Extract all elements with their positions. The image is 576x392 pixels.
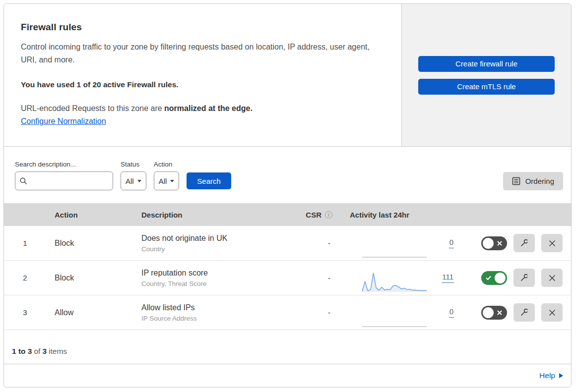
page-description: Control incoming traffic to your zone by…: [21, 41, 372, 66]
rule-description-cell: Does not originate in UK Country: [133, 234, 292, 253]
edit-rule-button[interactable]: [513, 269, 535, 287]
table-row: 2 Block IP reputation score Country, Thr…: [4, 261, 571, 295]
wrench-icon: [519, 273, 529, 282]
rule-enabled-toggle[interactable]: [481, 271, 507, 285]
arrow-right-icon: [559, 373, 563, 378]
table-row: 3 Allow Allow listed IPs IP Source Addre…: [4, 295, 571, 330]
status-dropdown-value: All: [126, 177, 134, 185]
close-icon: [548, 308, 557, 317]
chevron-down-icon: [137, 180, 141, 182]
pagination-of: of: [34, 347, 40, 356]
header-csr: CSR i: [292, 211, 336, 219]
activity-sparkline: [362, 306, 427, 328]
chevron-down-icon: [170, 180, 174, 182]
header-description: Description: [133, 211, 292, 219]
toggle-knob: [483, 307, 494, 318]
help-link[interactable]: Help: [539, 371, 563, 380]
rule-description-cell: IP reputation score Country, Threat Scor…: [133, 269, 292, 287]
filter-bar: Search description... Status All Action …: [4, 147, 571, 203]
activity-sparkline: [362, 271, 427, 293]
rule-enabled-toggle[interactable]: [481, 236, 507, 250]
pagination-summary: 1 to 3 of 3 items: [4, 330, 571, 364]
search-box[interactable]: [15, 171, 113, 190]
rule-priority: 2: [4, 274, 46, 282]
delete-rule-button[interactable]: [541, 234, 563, 252]
rule-criteria: Country, Threat Score: [141, 280, 292, 287]
activity-count-link[interactable]: 0: [449, 238, 454, 248]
action-field-group: Action All: [154, 161, 180, 190]
rule-action: Block: [46, 274, 133, 282]
header-activity: Activity last 24hr: [336, 211, 458, 219]
rule-description-cell: Allow listed IPs IP Source Address: [133, 303, 292, 322]
banner: Firewall rules Control incoming traffic …: [4, 4, 571, 147]
rule-criteria: Country: [141, 245, 292, 253]
wrench-icon: [519, 308, 529, 317]
activity-count-link[interactable]: 0: [449, 307, 454, 318]
action-dropdown[interactable]: All: [154, 171, 180, 190]
rule-enabled-toggle[interactable]: [481, 306, 507, 320]
delete-rule-button[interactable]: [541, 269, 563, 287]
pagination-total: 3: [42, 347, 47, 356]
header-csr-label: CSR: [306, 211, 321, 219]
toggle-knob: [483, 238, 494, 249]
rule-controls: [458, 269, 571, 287]
rule-controls: [458, 234, 571, 252]
table-header: Action Description CSR i Activity last 2…: [4, 203, 571, 226]
rule-description: IP reputation score: [141, 269, 292, 278]
normalization-note: URL-encoded Requests to this zone are no…: [21, 104, 372, 113]
pagination-items-label: items: [49, 347, 67, 356]
ordering-button-label: Ordering: [525, 177, 554, 185]
info-icon[interactable]: i: [325, 211, 332, 219]
toggle-x-icon: [497, 310, 503, 316]
activity-count-link[interactable]: 111: [442, 273, 454, 283]
rule-csr: -: [292, 274, 336, 282]
ordering-button[interactable]: Ordering: [503, 172, 563, 190]
status-dropdown[interactable]: All: [121, 171, 146, 190]
rule-activity-cell: 0: [336, 295, 458, 330]
status-label: Status: [121, 161, 146, 168]
rule-priority: 3: [4, 308, 46, 317]
rule-criteria: IP Source Address: [141, 315, 292, 322]
action-dropdown-value: All: [159, 177, 167, 185]
rule-action: Allow: [46, 308, 133, 317]
wrench-icon: [519, 238, 529, 248]
rule-action: Block: [46, 239, 133, 248]
help-bar: Help: [4, 364, 571, 387]
toggle-check-icon: [485, 275, 492, 281]
close-icon: [548, 239, 557, 248]
table-row: 1 Block Does not originate in UK Country…: [4, 226, 571, 261]
rule-description: Allow listed IPs: [141, 303, 292, 312]
search-label: Search description...: [15, 161, 113, 168]
close-icon: [548, 274, 557, 282]
cta-panel: Create firewall rule Create mTLS rule: [402, 4, 571, 146]
search-button[interactable]: Search: [187, 172, 231, 189]
delete-rule-button[interactable]: [541, 303, 563, 322]
edit-rule-button[interactable]: [513, 303, 535, 322]
rule-controls: [458, 303, 571, 322]
create-firewall-rule-button[interactable]: Create firewall rule: [418, 56, 555, 72]
intro-card: Firewall rules Control incoming traffic …: [4, 4, 402, 146]
rule-csr: -: [292, 239, 336, 248]
rule-description: Does not originate in UK: [141, 234, 292, 243]
status-field-group: Status All: [121, 161, 146, 190]
help-link-label: Help: [539, 371, 555, 380]
normalization-prefix: URL-encoded Requests to this zone are: [21, 104, 164, 112]
ordering-list-icon: [512, 177, 520, 185]
rule-csr: -: [292, 308, 336, 317]
page-title: Firewall rules: [21, 22, 372, 33]
configure-normalization-link[interactable]: Configure Normalization: [21, 117, 106, 126]
edit-rule-button[interactable]: [513, 234, 535, 252]
rule-activity-cell: 0: [336, 226, 458, 260]
pagination-range: 1 to 3: [12, 347, 32, 356]
rule-activity-cell: 111: [336, 261, 458, 295]
create-mtls-rule-button[interactable]: Create mTLS rule: [418, 79, 555, 95]
usage-note: You have used 1 of 20 active Firewall ru…: [21, 80, 372, 89]
firewall-rules-panel: Firewall rules Control incoming traffic …: [3, 3, 572, 388]
header-action: Action: [46, 211, 133, 219]
toggle-knob: [495, 273, 506, 283]
normalization-bold: normalized at the edge.: [164, 104, 253, 112]
search-input[interactable]: [30, 177, 109, 185]
search-icon: [19, 177, 27, 185]
search-field-group: Search description...: [15, 161, 113, 190]
action-label: Action: [154, 161, 180, 168]
